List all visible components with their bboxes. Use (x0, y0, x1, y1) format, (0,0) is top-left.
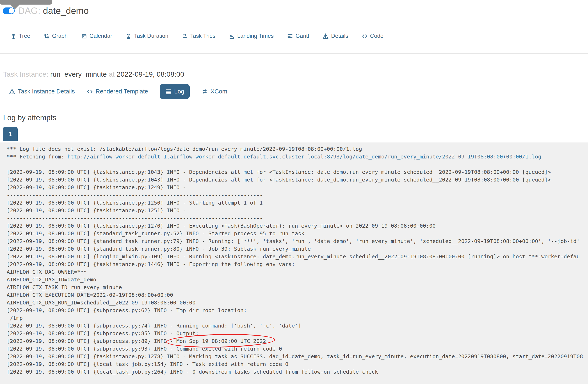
log-text: ----------------------------------------… (7, 192, 263, 198)
log-line: [2022-09-19, 08:09:00 UTC] {local_task_j… (7, 360, 588, 368)
task-instance-tabs: Task Instance Details Rendered Template … (9, 84, 227, 99)
log-text: [2022-09-19, 08:09:00 UTC] {taskinstance… (7, 207, 189, 214)
log-text: [2022-09-19, 08:09:00 UTC] {subprocess.p… (7, 307, 250, 313)
details-triangle-icon (9, 88, 15, 95)
tab-label: Gantt (295, 33, 309, 39)
log-text: [2022-09-19, 08:09:00 UTC] {subprocess.p… (7, 323, 301, 329)
airflow-task-log-page: DAG: date_demo Tree Graph Calendar Task … (0, 0, 588, 384)
tab-label: XCom (210, 88, 227, 95)
log-line: [2022-09-19, 08:09:00 UTC] {taskinstance… (7, 353, 588, 360)
details-triangle-icon (322, 33, 329, 39)
dag-title-row: DAG: date_demo (3, 6, 89, 15)
log-line: ----------------------------------------… (7, 191, 588, 199)
red-circle-annotation: - Mon Sep 19 08:09:00 UTC 2022 (170, 338, 266, 344)
log-text: [2022-09-19, 08:09:00 UTC] {taskinstance… (7, 353, 583, 360)
tab-label: Code (370, 33, 383, 39)
log-line: *** Fetching from: http://airflow-worker… (7, 153, 588, 161)
toggle-knob (9, 8, 14, 14)
tab-label: Landing Times (237, 33, 274, 39)
log-line: [2022-09-19, 08:09:00 UTC] {taskinstance… (7, 207, 588, 214)
log-line: [2022-09-19, 08:09:00 UTC] {taskinstance… (7, 183, 588, 191)
log-by-attempts-heading: Log by attempts (3, 113, 56, 122)
log-text: AIRFLOW_CTX_DAG_RUN_ID=scheduled__2022-0… (7, 300, 195, 306)
log-list-icon (165, 88, 172, 95)
tab-code[interactable]: Code (361, 33, 383, 39)
tab-graph[interactable]: Graph (44, 33, 68, 39)
log-line: AIRFLOW_CTX_DAG_RUN_ID=scheduled__2022-0… (7, 299, 588, 306)
page-title: DAG: date_demo (18, 6, 89, 15)
tab-rendered-template[interactable]: Rendered Template (86, 88, 148, 95)
log-line: [2022-09-19, 08:09:00 UTC] {taskinstance… (7, 168, 588, 176)
log-line: [2022-09-19, 08:09:00 UTC] {subprocess.p… (7, 345, 588, 353)
log-text: [2022-09-19, 08:09:00 UTC] {logging_mixi… (7, 253, 580, 260)
log-line: AIRFLOW_CTX_EXECUTION_DATE=2022-09-19T08… (7, 291, 588, 299)
log-text: [2022-09-19, 08:09:00 UTC] {standard_tas… (7, 246, 311, 252)
log-text: AIRFLOW_CTX_DAG_ID=date_demo (7, 276, 96, 283)
task-instance-label: Task Instance: (3, 70, 48, 78)
log-line (7, 161, 588, 168)
tab-label: Details (331, 33, 348, 39)
log-text: *** Fetching from: (7, 153, 67, 160)
log-line: [2022-09-19, 08:09:00 UTC] {taskinstance… (7, 199, 588, 207)
log-line: AIRFLOW_CTX_DAG_OWNER=*** (7, 268, 588, 276)
log-line: [2022-09-19, 08:09:00 UTC] {subprocess.p… (7, 337, 588, 345)
task-instance-heading: Task Instance: run_every_minute at 2022-… (3, 70, 184, 78)
header-divider (0, 53, 588, 54)
tab-task-duration[interactable]: Task Duration (126, 33, 168, 39)
log-line: ----------------------------------------… (7, 214, 588, 222)
log-text: /tmp (7, 315, 23, 321)
dag-pause-toggle[interactable] (3, 7, 15, 14)
log-line: [2022-09-19, 08:09:00 UTC] {taskinstance… (7, 261, 588, 268)
graph-icon (44, 33, 50, 39)
attempt-1-button[interactable]: 1 (3, 127, 18, 141)
code-icon (361, 33, 368, 39)
plane-landing-icon (229, 33, 235, 39)
log-lines: *** Log file does not exist: /stackable/… (7, 145, 588, 376)
tab-label: Log (174, 88, 184, 95)
tab-task-tries[interactable]: Task Tries (182, 33, 215, 39)
toggle-tooltip-remnant (0, 0, 52, 5)
tab-gantt[interactable]: Gantt (287, 33, 309, 39)
tab-label: Graph (52, 33, 68, 39)
log-fetch-link[interactable]: http://airflow-worker-default-1.airflow-… (67, 153, 542, 160)
log-text: AIRFLOW_CTX_DAG_OWNER=*** (7, 269, 87, 275)
tab-label: Task Tries (190, 33, 215, 39)
tab-label: Tree (19, 33, 30, 39)
log-line: [2022-09-19, 08:09:00 UTC] {subprocess.p… (7, 322, 588, 330)
log-text: [2022-09-19, 08:09:00 UTC] {taskinstance… (7, 169, 551, 175)
tab-landing-times[interactable]: Landing Times (229, 33, 274, 39)
log-text: AIRFLOW_CTX_EXECUTION_DATE=2022-09-19T08… (7, 292, 173, 298)
task-instance-datetime: 2022-09-19, 08:08:00 (117, 70, 184, 78)
task-instance-at: at (109, 70, 114, 78)
tab-xcom[interactable]: XCom (201, 88, 227, 95)
log-text: [2022-09-19, 08:09:00 UTC] {subprocess.p… (7, 345, 282, 352)
log-line: [2022-09-19, 08:09:00 UTC] {logging_mixi… (7, 253, 588, 261)
tab-details[interactable]: Details (322, 33, 348, 39)
log-line: [2022-09-19, 08:09:00 UTC] {subprocess.p… (7, 306, 588, 314)
log-line: [2022-09-19, 08:09:00 UTC] {standard_tas… (7, 245, 588, 253)
tab-task-instance-details[interactable]: Task Instance Details (9, 88, 75, 95)
log-line: *** Log file does not exist: /stackable/… (7, 145, 588, 153)
tab-log[interactable]: Log (160, 84, 190, 99)
tab-label: Task Duration (134, 33, 168, 39)
log-text: *** Log file does not exist: /stackable/… (7, 146, 362, 152)
repeat-icon (182, 33, 188, 39)
tab-label: Rendered Template (96, 88, 148, 95)
log-text: [2022-09-19, 08:09:00 UTC] {subprocess.p… (7, 338, 170, 344)
log-text: [2022-09-19, 08:09:00 UTC] {taskinstance… (7, 200, 263, 206)
dag-view-tabs: Tree Graph Calendar Task Duration Task T… (10, 33, 383, 39)
gantt-bars-icon (287, 33, 293, 39)
log-text: [2022-09-19, 08:09:00 UTC] {taskinstance… (7, 184, 189, 190)
log-line: [2022-09-19, 08:09:00 UTC] {local_task_j… (7, 368, 588, 376)
tab-tree[interactable]: Tree (10, 33, 30, 39)
log-line: [2022-09-19, 08:09:00 UTC] {standard_tas… (7, 230, 588, 237)
tab-calendar[interactable]: Calendar (81, 33, 112, 39)
code-icon (86, 88, 93, 95)
tab-label: Task Instance Details (18, 88, 75, 95)
log-line: AIRFLOW_CTX_DAG_ID=date_demo (7, 276, 588, 283)
dag-label: DAG: (18, 6, 41, 16)
log-output-area[interactable]: *** Log file does not exist: /stackable/… (0, 142, 588, 384)
log-text: [2022-09-19, 08:09:00 UTC] {local_task_j… (7, 361, 288, 367)
log-text: AIRFLOW_CTX_TASK_ID=run_every_minute (7, 284, 122, 290)
log-line: /tmp (7, 314, 588, 322)
